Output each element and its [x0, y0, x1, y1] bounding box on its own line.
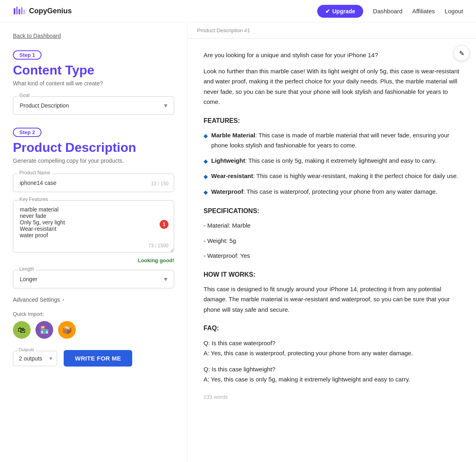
svg-rect-0 [14, 8, 15, 15]
product-name-field-group: Product Name 13 / 150 [13, 174, 174, 192]
logout-link[interactable]: Logout [445, 8, 463, 15]
shield-icon: ✔ [325, 8, 330, 15]
diamond-icon: ◆ [204, 188, 208, 197]
list-item: ◆ Waterproof: This case is waterproof, p… [204, 186, 460, 197]
svg-rect-4 [23, 10, 25, 15]
left-panel: Back to Dashboard Step 1 Content Type Wh… [0, 23, 187, 462]
goal-select[interactable]: Product Description Blog Post Ad Copy Em… [13, 96, 174, 115]
shopify-import-button[interactable]: 🛍 [13, 321, 31, 339]
svg-rect-3 [21, 7, 23, 15]
outputs-label: Outputs [17, 347, 36, 352]
key-features-error-badge: 1 [160, 220, 168, 229]
product-name-input[interactable] [13, 174, 174, 192]
step2-subtitle: Generate compelling copy for your produc… [13, 157, 174, 164]
dashboard-link[interactable]: Dashboard [373, 8, 402, 15]
product-name-label: Product Name [18, 170, 52, 176]
faq-q2: Q: Is this case lightweight?A: Yes, this… [204, 364, 460, 385]
list-item: ◆ Lightweight: This case is only 5g, mak… [204, 155, 460, 166]
goal-field-group: Goal Product Description Blog Post Ad Co… [13, 96, 174, 115]
features-list: ◆ Marble Material: This case is made of … [204, 130, 460, 197]
key-features-label: Key Features [18, 197, 50, 202]
svg-rect-2 [19, 9, 20, 15]
list-item: - Weight: 5g [204, 236, 460, 246]
amazon-import-button[interactable]: 📦 [58, 321, 76, 339]
step1-subtitle: What kind of content will we create? [13, 80, 174, 87]
length-field-group: Length Shorter Medium Longer ▼ [13, 270, 174, 288]
output-content: ✎ Are you looking for a unique and styli… [187, 39, 476, 462]
list-item: - Waterproof: Yes [204, 251, 460, 261]
list-item: - Material: Marble [204, 220, 460, 231]
logo-text: CopyGenius [29, 7, 72, 15]
woocommerce-import-button[interactable]: 🏪 [35, 321, 53, 339]
intro-p1: Are you looking for a unique and stylish… [204, 50, 460, 60]
product-name-char-count: 13 / 150 [151, 181, 168, 186]
right-panel: Product Description #1 ✎ Are you looking… [187, 23, 476, 462]
header-nav: ✔ Upgrade Dashboard Affiliates Logout [317, 5, 464, 18]
key-features-char-count: 73 / 1500 [148, 243, 168, 249]
main-layout: Back to Dashboard Step 1 Content Type Wh… [0, 23, 476, 462]
goal-select-wrapper: Product Description Blog Post Ad Copy Em… [13, 96, 174, 115]
intro-p2: Look no further than this marble case! W… [204, 66, 460, 107]
advanced-settings-toggle[interactable]: Advanced Settings › [13, 296, 174, 303]
step2-title: Product Description [13, 140, 174, 155]
word-count: 233 words [204, 393, 460, 402]
how-text: This case is designed to fit snugly arou… [204, 284, 460, 315]
logo-area: CopyGenius [13, 5, 317, 18]
diamond-icon: ◆ [204, 131, 208, 141]
step2-section: Step 2 Product Description Generate comp… [13, 128, 174, 288]
upgrade-button[interactable]: ✔ Upgrade [317, 5, 364, 18]
key-features-field-group: Key Features marble material never fade … [13, 200, 174, 254]
faq-q1: Q: Is this case waterproof?A: Yes, this … [204, 338, 460, 358]
length-label: Length [18, 266, 36, 272]
diamond-icon: ◆ [204, 157, 208, 166]
length-select-wrapper: Shorter Medium Longer ▼ [13, 270, 174, 288]
header: CopyGenius ✔ Upgrade Dashboard Affiliate… [0, 0, 476, 23]
output-header: Product Description #1 [187, 23, 476, 39]
diamond-icon: ◆ [204, 172, 208, 182]
goal-label: Goal [18, 93, 31, 98]
features-heading: FEATURES: [204, 115, 460, 126]
length-select[interactable]: Shorter Medium Longer [13, 270, 174, 288]
svg-rect-1 [16, 6, 18, 15]
chevron-right-icon: › [62, 297, 64, 302]
affiliates-link[interactable]: Affiliates [412, 8, 435, 15]
outputs-select[interactable]: 1 output 2 outputs 3 outputs [13, 351, 57, 366]
back-to-dashboard-link[interactable]: Back to Dashboard [13, 33, 61, 39]
edit-button[interactable]: ✎ [453, 45, 470, 61]
quick-import-icons: 🛍 🏪 📦 [13, 321, 174, 339]
bottom-bar: Outputs 1 output 2 outputs 3 outputs ▼ W… [13, 350, 174, 367]
output-text: Are you looking for a unique and stylish… [204, 50, 460, 402]
how-heading: HOW IT WORKS: [204, 269, 460, 280]
step1-title: Content Type [13, 63, 174, 78]
advanced-settings-label: Advanced Settings [13, 296, 60, 303]
logo-icon [13, 5, 26, 18]
step2-badge: Step 2 [13, 128, 42, 137]
edit-icon: ✎ [459, 50, 464, 57]
step1-badge: Step 1 [13, 50, 42, 60]
specs-heading: SPECIFICATIONS: [204, 205, 460, 216]
output-title: Product Description #1 [197, 27, 250, 33]
looking-good-text: Looking good! [13, 257, 174, 263]
write-for-me-button[interactable]: WRITE FOR ME [64, 350, 132, 367]
quick-import-label: Quick Import: [13, 311, 174, 317]
specs-list: - Material: Marble - Weight: 5g - Waterp… [204, 220, 460, 261]
faq-heading: FAQ: [204, 323, 460, 334]
list-item: ◆ Wear-resistant: This case is highly we… [204, 171, 460, 182]
list-item: ◆ Marble Material: This case is made of … [204, 130, 460, 151]
step1-section: Step 1 Content Type What kind of content… [13, 50, 174, 115]
outputs-wrapper: Outputs 1 output 2 outputs 3 outputs ▼ [13, 351, 57, 366]
